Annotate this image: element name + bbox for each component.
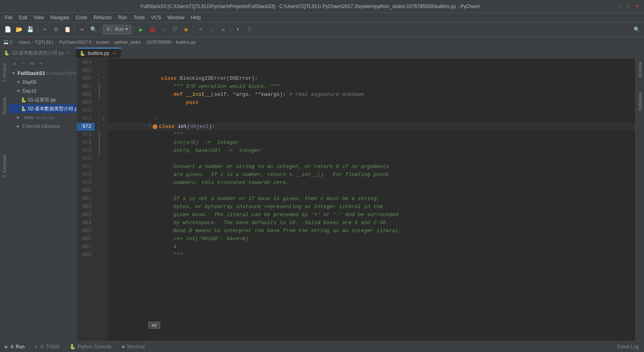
code-line-976[interactable] [108,155,635,163]
search-everywhere-button[interactable]: 🔍 [632,25,642,34]
sidebar-collapse-btn[interactable]: − [19,60,27,68]
menu-window[interactable]: Window [164,13,188,22]
undo-button[interactable]: ↩ [77,24,87,35]
sciview-tab[interactable]: SciView [636,59,644,81]
breadcrumb-c[interactable]: 💻 C: [3,39,14,45]
code-line-982[interactable]: bytes, or bytearray instance representin… [108,203,635,211]
code-line-966[interactable]: class BlockingIOError(OSError): [108,75,635,83]
favorites-panel-tab[interactable]: 2: Favorites [1,151,8,180]
code-line-977[interactable]: Convert a number or string to an integer… [108,163,635,171]
code-line-972[interactable]: * class int(object): [108,123,635,131]
code-line-980[interactable] [108,187,635,195]
gutter-984 [99,219,108,227]
breadcrumb-system[interactable]: system [96,40,110,45]
menu-vcs[interactable]: VCS [148,13,164,22]
code-line-973[interactable]: """ [108,131,635,139]
code-line-970[interactable] [108,107,635,115]
cut-button[interactable]: ✂ [40,24,50,35]
tab-02-basics[interactable]: 🐍 02-基本数据类型介绍.py ✕ [0,48,76,58]
sidebar-gear-btn[interactable]: ⋯ [37,60,45,68]
tree-item-external-libs[interactable]: ► External Libraries [9,122,76,131]
stop-button[interactable]: ◼ [181,24,191,35]
menu-file[interactable]: File [2,13,16,22]
minimize-button[interactable]: − [617,4,622,9]
save-button[interactable]: 💾 [25,24,35,35]
code-line-978[interactable]: are given. If x is a number, return x.__… [108,171,635,179]
menu-code[interactable]: Code [72,13,91,22]
code-line-985[interactable]: Base 0 means to interpret the base from … [108,227,635,235]
code-area[interactable]: class BlockingIOError(OSError): """ I/O … [108,59,635,341]
tree-item-01-yunsuanfu[interactable]: 🐍 01-运算符.py [9,95,76,104]
menu-help[interactable]: Help [188,13,204,22]
debug-button[interactable]: 🐞 [147,24,157,35]
gutter-972[interactable]: * [99,123,108,131]
linenum-967: 967 [77,83,95,91]
code-line-979[interactable]: numbers, this truncates towards zero. [108,179,635,187]
menu-refactor[interactable]: Refactor [91,13,115,22]
sidebar-settings-btn[interactable]: ⚙ [28,60,36,68]
close-button[interactable]: ✕ [634,4,640,9]
code-line-969[interactable]: pass [108,99,635,107]
python-console-tab[interactable]: 🐍 Python Console [65,341,117,352]
find-button[interactable]: 🔍 [88,24,99,35]
database-tab[interactable]: Database [636,89,644,114]
breadcrumb-pycharm[interactable]: .PyCharm2017.3 [58,40,91,45]
profile-button[interactable]: ⏱ [169,24,180,35]
sidebar-sync-btn[interactable]: ↺ [10,60,18,68]
tree-item-day10[interactable]: ▼ Day10 [9,87,76,95]
menu-run[interactable]: Run [115,13,130,22]
code-line-981[interactable]: If x is not a number or if base is given… [108,195,635,203]
linenum-973: 973 [77,131,95,139]
project-panel-tab[interactable]: 1: Project [1,60,8,85]
tree-item-venv[interactable]: ► .venv library root [9,113,76,122]
code-line-974[interactable]: int(x=0) -> integer [108,139,635,147]
open-file-button[interactable]: 📂 [14,24,24,35]
code-line-971[interactable]: ✓ [108,115,635,123]
breadcrumb-file[interactable]: builtins.py [176,40,196,45]
breadcrumb-python-stubs[interactable]: python_stubs [115,40,141,45]
code-line-975[interactable]: int(x, base=10) -> integer [108,147,635,155]
code-line-986[interactable]: >>> int('0b100', base=0) [108,235,635,243]
tree-item-02-jibenshuju[interactable]: 🐍 02-基本数据类型介绍.p [9,104,76,113]
code-line-984[interactable]: by whitespace. The base defaults to 10. … [108,219,635,227]
tab-builtins-close[interactable]: ✕ [112,51,117,57]
code-line-968[interactable]: def __init__(self, *args, **kwargs): # r… [108,91,635,99]
run-button[interactable]: ▶ [136,24,146,35]
tree-item-fullstacks3[interactable]: ▼ FullStackS3 C:\Users\TQTL... [9,69,76,78]
structure-panel-tab[interactable]: Structure [1,94,8,118]
paste-button[interactable]: 📋 [62,24,72,35]
code-line-967[interactable]: """ I/O operation would block. """ [108,83,635,91]
tab-02-close[interactable]: ✕ [66,50,71,56]
menu-navigate[interactable]: Navigate [47,13,72,22]
breadcrumb-stubs-id[interactable]: -1676785000 [145,40,171,45]
event-log-tab[interactable]: Event Log [612,341,644,352]
copy-button[interactable]: ⎘ [51,24,61,35]
run-config-dropdown[interactable]: 4: Run ▼ [103,25,131,34]
tree-label-day10: Day10 [22,88,36,94]
coverage-button[interactable]: ☉ [158,24,169,35]
code-line-983[interactable]: given base. The literal can be preceded … [108,211,635,219]
tree-item-day09[interactable]: ▼ Day09 [9,78,76,87]
breadcrumb-user[interactable]: TQTL911 [35,40,53,45]
maximize-button[interactable]: □ [626,4,631,9]
menu-edit[interactable]: Edit [16,13,30,22]
step-over-button[interactable]: ➡ [195,24,206,35]
gutter-966[interactable]: * [99,75,108,83]
menu-tools[interactable]: Tools [130,13,148,22]
terminal-tab[interactable]: ■ Terminal [117,341,150,352]
vcs-update-button[interactable]: ⬇ [233,24,243,35]
build-button[interactable]: ⚒ [218,24,228,35]
code-line-987[interactable]: 4 [108,243,635,251]
breadcrumb-users[interactable]: Users [19,40,30,45]
todo-tab[interactable]: ✔ 6: TODO [30,341,65,352]
step-into-button[interactable]: ↓ [207,24,217,35]
tab-builtins[interactable]: 🐍 builtins.py ✕ [76,48,121,58]
code-line-965[interactable] [108,67,635,75]
bc-sep-7: › [173,40,175,45]
code-line-988[interactable]: """ [108,251,635,259]
help-button[interactable]: ? [244,24,254,35]
run-tab[interactable]: ▶ 4: Run [0,341,30,352]
code-line-964[interactable] [108,59,635,67]
menu-view[interactable]: View [30,13,47,22]
new-file-button[interactable]: 📄 [2,24,13,35]
